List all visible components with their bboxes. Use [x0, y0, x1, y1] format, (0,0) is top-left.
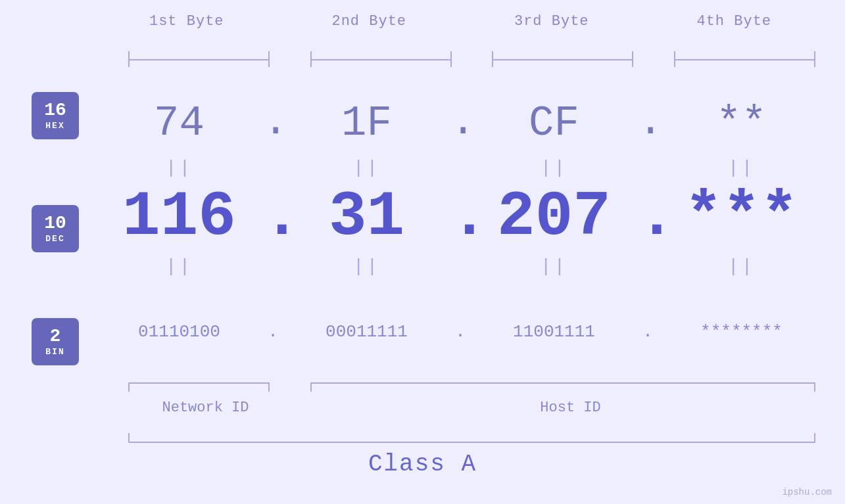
eq-row-2: || || || || [95, 253, 825, 279]
badge-hex-num: 16 [44, 101, 66, 120]
badge-dec-num: 10 [44, 214, 66, 233]
hex-byte-2: 1F [283, 100, 450, 147]
hex-row: 74 . 1F . CF . ** [95, 92, 825, 154]
hex-byte-1: 74 [95, 100, 263, 147]
dec-row: 116.31.207.*** [95, 181, 825, 253]
tick-b3-right [632, 51, 633, 67]
tick-b2-right [450, 51, 452, 67]
tick-hostid-left [310, 382, 312, 392]
hex-dot-2: . [450, 92, 470, 146]
eq-8: || [658, 256, 825, 277]
bin-byte-2: 00011111 [283, 322, 450, 342]
badge-hex: 16 HEX [32, 92, 79, 139]
tick-b4-left [674, 51, 675, 67]
hex-byte-3: CF [470, 100, 638, 147]
tick-b1-right [268, 51, 270, 67]
tick-full-left [128, 433, 130, 442]
eq-1: || [95, 158, 263, 178]
byte-header-3: 3rd Byte [460, 13, 643, 30]
badge-dec: 10 DEC [32, 205, 79, 252]
tick-netid-left [128, 382, 130, 392]
hex-dot-1: . [263, 92, 283, 146]
byte-header-4: 4th Byte [643, 13, 826, 30]
badge-bin-label: BIN [45, 347, 64, 357]
hex-byte-4: ** [658, 100, 825, 147]
eq-row-1: || || || || [95, 154, 825, 181]
eq-7: || [470, 256, 638, 277]
tick-hostid-right [814, 382, 815, 392]
eq-2: || [283, 158, 450, 178]
bracket-top-3 [492, 59, 633, 60]
eq-6: || [283, 256, 450, 277]
tick-full-right [814, 433, 815, 442]
rows-area: 74 . 1F . CF . ** || || || || 116.31.207… [95, 72, 825, 358]
page-container: 1st Byte 2nd Byte 3rd Byte 4th Byte 16 H… [0, 0, 845, 504]
byte-header-1: 1st Byte [95, 13, 278, 30]
network-id-label: Network ID [95, 400, 316, 416]
badge-bin: 2 BIN [32, 318, 79, 365]
eq-4: || [658, 158, 825, 178]
tick-b1-left [128, 51, 130, 67]
tick-netid-right [268, 382, 270, 392]
badge-hex-label: HEX [45, 121, 64, 131]
bin-byte-4: ******** [658, 322, 825, 342]
bottom-bracket-netid [128, 382, 270, 384]
eq-5: || [95, 256, 263, 277]
badge-bin-num: 2 [50, 327, 61, 346]
bin-dot-1: . [263, 322, 283, 342]
bottom-bracket-hostid [310, 382, 815, 384]
watermark: ipshu.com [782, 487, 832, 497]
tick-b4-right [814, 51, 815, 67]
bin-byte-1: 01110100 [95, 322, 263, 342]
bracket-top-1 [128, 59, 270, 60]
id-labels: Network ID Host ID [95, 400, 825, 416]
bin-dot-2: . [450, 322, 470, 342]
badge-dec-label: DEC [45, 234, 64, 244]
full-bottom-bracket [128, 442, 815, 443]
byte-header-2: 2nd Byte [278, 13, 461, 30]
bracket-top-4 [674, 59, 815, 60]
class-a-label: Class A [0, 451, 845, 478]
badges-container: 16 HEX 10 DEC 2 BIN [32, 92, 79, 365]
bin-byte-3: 11001111 [470, 322, 638, 342]
bin-row: 01110100 . 00011111 . 11001111 . *******… [95, 306, 825, 358]
host-id-label: Host ID [316, 400, 825, 416]
bin-dot-3: . [638, 322, 658, 342]
hex-dot-3: . [638, 92, 658, 146]
tick-b3-left [492, 51, 493, 67]
byte-headers: 1st Byte 2nd Byte 3rd Byte 4th Byte [95, 13, 825, 30]
bracket-top-2 [310, 59, 452, 60]
tick-b2-left [310, 51, 312, 67]
eq-3: || [470, 158, 638, 178]
